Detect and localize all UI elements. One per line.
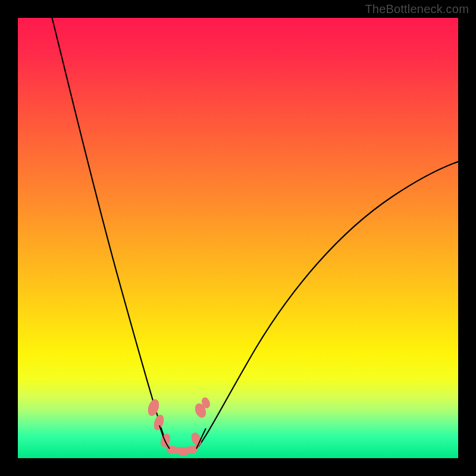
svg-point-0 (146, 398, 161, 417)
svg-point-8 (186, 446, 197, 453)
right-curve (198, 161, 458, 447)
valley-marker (146, 396, 211, 455)
chart-frame: TheBottleneck.com (0, 0, 476, 476)
left-curve (51, 18, 168, 446)
plot-area (18, 18, 458, 458)
watermark-text: TheBottleneck.com (365, 2, 469, 16)
curve-layer (18, 18, 458, 458)
svg-point-1 (152, 414, 165, 431)
